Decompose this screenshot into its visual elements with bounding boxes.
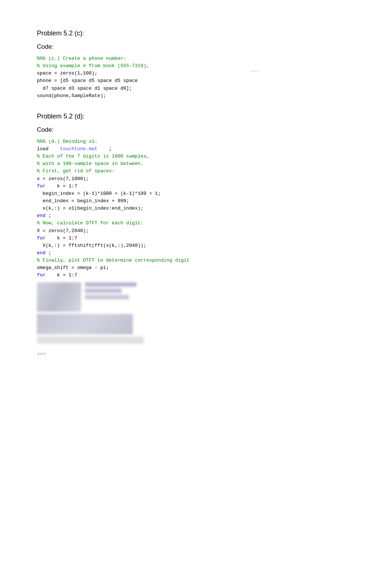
code-line: end_index = begin_index + 999; bbox=[37, 197, 355, 205]
code-block-d: %%% (d.) Decoding x1: load touchtone.mat… bbox=[37, 138, 355, 344]
code-line: for k = 1:7 bbox=[37, 272, 355, 279]
code-line: % Finally, plot DTFT to determine corres… bbox=[37, 257, 355, 264]
code-line: %%% (c.) Create a phone number: bbox=[37, 55, 355, 62]
code-line-load: load touchtone.mat ; bbox=[37, 145, 355, 153]
end-marker: >>> bbox=[37, 351, 355, 357]
code-line: x = zeros(7,1000); bbox=[37, 175, 355, 183]
section-problem-d: Problem 5.2 (d): Code: %%% (d.) Decoding… bbox=[37, 113, 355, 357]
code-line: % with a 100-sample space in between. bbox=[37, 160, 355, 168]
code-line: space = zeros(1,100); bbox=[37, 70, 355, 77]
problem-d-title: Problem 5.2 (d): bbox=[37, 113, 355, 120]
code-line: x(k,:) = x1(begin_index:end_index); bbox=[37, 205, 355, 212]
ellipsis: ... bbox=[251, 67, 259, 74]
section-problem-c: Problem 5.2 (c): Code: %%% (c.) Create a… bbox=[37, 30, 355, 100]
code-line: for k = 1:7 bbox=[37, 235, 355, 242]
code-line: % Now, calculate DTFT for each digit: bbox=[37, 220, 355, 227]
code-line: %%% (d.) Decoding x1: bbox=[37, 138, 355, 145]
code-line: for k = 1:7 bbox=[37, 183, 355, 190]
problem-c-title: Problem 5.2 (c): bbox=[37, 30, 355, 37]
code-block-c: %%% (c.) Create a phone number: % Using … bbox=[37, 55, 355, 100]
code-label-c: Code: bbox=[37, 43, 355, 51]
code-line: X = zeros(7,2048); bbox=[37, 227, 355, 235]
code-label-d: Code: bbox=[37, 126, 355, 134]
blurred-code-area bbox=[37, 282, 355, 344]
code-line: begin_index = (k-1)*1000 + (k-1)*100 + 1… bbox=[37, 190, 355, 197]
touchtone-link[interactable]: touchtone.mat bbox=[60, 146, 97, 152]
code-line: sound(phone,SampleRate); bbox=[37, 92, 355, 100]
code-line: % First, get rid of spaces: bbox=[37, 168, 355, 175]
code-line: d7 space d3 space d1 space d9]; bbox=[37, 85, 355, 92]
code-line: end ; bbox=[37, 212, 355, 220]
code-line: X(k,:) = fftshift(fft(x(k,:),2048)); bbox=[37, 242, 355, 249]
code-line: % Using example # from book (555-7319), bbox=[37, 62, 355, 70]
code-line: % Each of the 7 digits is 1000 samples, bbox=[37, 153, 355, 160]
code-line-phone: phone = [d5 space d5 space d5 space ... bbox=[37, 77, 355, 84]
code-line: end ; bbox=[37, 249, 355, 257]
code-line: omega_shift = omega - pi; bbox=[37, 264, 355, 272]
